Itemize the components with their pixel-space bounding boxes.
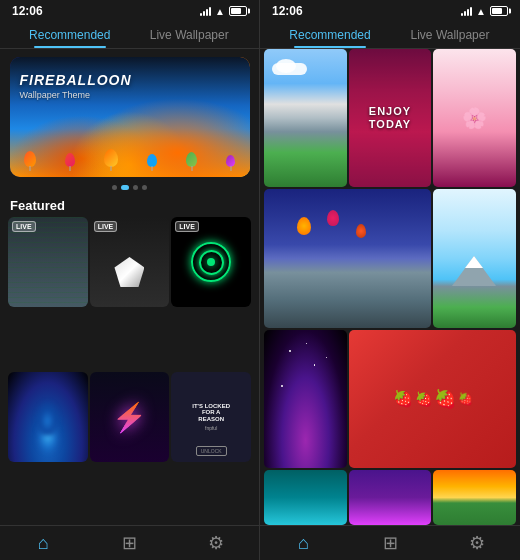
wg-item-green[interactable]: [433, 470, 516, 525]
nav-grid-left[interactable]: ⊞: [86, 532, 172, 554]
carousel-dots: [0, 185, 259, 190]
wg-item-fuji[interactable]: [433, 189, 516, 327]
status-icons-left: ▲: [200, 6, 247, 17]
home-icon-right: ⌂: [298, 533, 309, 554]
wg-row-2: [264, 189, 516, 327]
right-phone: 12:06 ▲ Recommended Live Wallpaper: [260, 0, 520, 560]
signal-icon: [200, 6, 211, 16]
live-badge-1: LIVE: [12, 221, 36, 232]
lock-main-text: IT'S LOCKEDFOR AREASON: [192, 403, 230, 423]
wallpaper-grid-container: ENJOY TODAY 🌸: [260, 49, 520, 525]
live-badge-2: LIVE: [94, 221, 118, 232]
featured-item-1[interactable]: LIVE: [8, 217, 88, 307]
wg-item-purple[interactable]: [349, 470, 432, 525]
tab-recommended-left[interactable]: Recommended: [10, 22, 130, 48]
status-time-left: 12:06: [12, 4, 43, 18]
enjoy-text: ENJOY TODAY: [369, 105, 411, 131]
featured-section-title: Featured: [0, 194, 259, 217]
status-time-right: 12:06: [272, 4, 303, 18]
hero-text-container: FIREBALLOON Wallpaper Theme: [20, 72, 132, 100]
wg-row-3: 🍓 🍓 🍓 🍓: [264, 330, 516, 468]
wifi-icon-right: ▲: [476, 6, 486, 17]
wg-item-mountain[interactable]: [264, 49, 347, 187]
nav-settings-left[interactable]: ⚙: [173, 532, 259, 554]
dot-3[interactable]: [142, 185, 147, 190]
settings-icon-right: ⚙: [469, 532, 485, 554]
signal-icon-right: [461, 6, 472, 16]
tab-recommended-right[interactable]: Recommended: [270, 22, 390, 48]
hero-title: FIREBALLOON: [20, 72, 132, 88]
dot-2[interactable]: [133, 185, 138, 190]
left-phone: 12:06 ▲ Recommended Live Wallpaper FIREB…: [0, 0, 260, 560]
status-bar-right: 12:06 ▲: [260, 0, 520, 22]
wg-row-4: [264, 470, 516, 525]
hero-subtitle: Wallpaper Theme: [20, 90, 132, 100]
settings-icon: ⚙: [208, 532, 224, 554]
featured-item-2[interactable]: LIVE: [90, 217, 170, 307]
diamond-icon: [114, 257, 144, 287]
status-icons-right: ▲: [461, 6, 508, 17]
wg-item-enjoy[interactable]: ENJOY TODAY: [349, 49, 432, 187]
nav-settings-right[interactable]: ⚙: [433, 532, 520, 554]
live-badge-3: LIVE: [175, 221, 199, 232]
tab-live-wallpaper-right[interactable]: Live Wallpaper: [390, 22, 510, 48]
wg-item-strawberry[interactable]: 🍓 🍓 🍓 🍓: [349, 330, 516, 468]
wg-item-cherry[interactable]: 🌸: [433, 49, 516, 187]
wg-item-balloons[interactable]: [264, 189, 431, 327]
wg-item-teal[interactable]: [264, 470, 347, 525]
featured-item-6[interactable]: IT'S LOCKEDFOR AREASON fnpful UNLOCK: [171, 372, 251, 462]
featured-item-4[interactable]: [8, 372, 88, 462]
nav-grid-right[interactable]: ⊞: [347, 532, 434, 554]
battery-icon: [229, 6, 247, 16]
bottom-nav-left: ⌂ ⊞ ⚙: [0, 525, 259, 560]
featured-item-5[interactable]: ⚡: [90, 372, 170, 462]
wifi-icon: ▲: [215, 6, 225, 17]
featured-item-3[interactable]: LIVE: [171, 217, 251, 307]
grid-icon: ⊞: [122, 532, 137, 554]
wg-item-space[interactable]: [264, 330, 347, 468]
dot-1[interactable]: [121, 185, 129, 190]
bottom-nav-right: ⌂ ⊞ ⚙: [260, 525, 520, 560]
featured-grid: LIVE LIVE LIVE: [0, 217, 259, 525]
nav-home-right[interactable]: ⌂: [260, 532, 347, 554]
tabs-right: Recommended Live Wallpaper: [260, 22, 520, 49]
unlock-button[interactable]: UNLOCK: [196, 446, 227, 456]
status-bar-left: 12:06 ▲: [0, 0, 259, 22]
home-icon: ⌂: [38, 533, 49, 554]
hero-balloons: [10, 149, 250, 167]
tabs-left: Recommended Live Wallpaper: [0, 22, 259, 49]
lightning-icon: ⚡: [90, 372, 170, 462]
lock-text-container: IT'S LOCKEDFOR AREASON fnpful UNLOCK: [171, 372, 251, 462]
hero-banner[interactable]: FIREBALLOON Wallpaper Theme: [10, 57, 250, 177]
wg-row-1: ENJOY TODAY 🌸: [264, 49, 516, 187]
grid-icon-right: ⊞: [383, 532, 398, 554]
battery-icon-right: [490, 6, 508, 16]
nav-home-left[interactable]: ⌂: [0, 532, 86, 554]
lock-sub-text: fnpful: [205, 425, 217, 431]
tab-live-wallpaper-left[interactable]: Live Wallpaper: [130, 22, 250, 48]
dot-0[interactable]: [112, 185, 117, 190]
